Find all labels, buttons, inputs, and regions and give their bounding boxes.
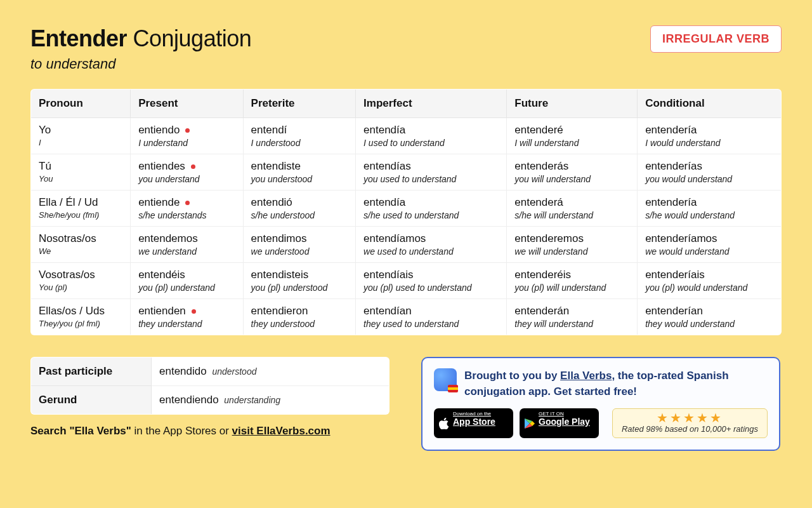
app-logo-icon — [434, 368, 457, 391]
irregular-dot-icon — [185, 128, 190, 133]
conjugation-cell: entendisteis you (pl) understood — [243, 263, 355, 299]
conjugation-cell: entenderíais you (pl) would understand — [638, 263, 782, 299]
participle-table: Past participle entendido understood Ger… — [30, 357, 390, 415]
pronoun-cell: TúYou — [31, 154, 131, 190]
conjugation-cell: entienden they understand — [131, 299, 243, 335]
pronoun-cell: YoI — [31, 118, 131, 154]
pronoun-cell: Nosotras/osWe — [31, 227, 131, 263]
table-row: Ellas/os / UdsThey/you (pl fml)entienden… — [31, 299, 782, 335]
rating-box: ★★★★★ Rated 98% based on 10,000+ ratings — [612, 408, 768, 438]
conjugation-cell: entenderían they would understand — [638, 299, 782, 335]
col-header: Conditional — [638, 90, 782, 118]
conjugation-cell: entendemos we understand — [131, 227, 243, 263]
col-header: Imperfect — [356, 90, 507, 118]
conjugation-cell: entendía s/he used to understand — [356, 190, 507, 227]
conjugation-cell: entendería s/he would understand — [638, 190, 782, 227]
col-header: Present — [131, 90, 243, 118]
pronoun-cell: Ella / Él / UdShe/he/you (fml) — [31, 190, 131, 227]
page-title: Entender Conjugation — [30, 25, 251, 52]
conjugation-cell: entenderemos we will understand — [507, 227, 638, 263]
conjugation-cell: entendió s/he understood — [243, 190, 355, 227]
past-participle-label: Past participle — [31, 358, 152, 386]
title-suffix: Conjugation — [133, 25, 252, 51]
star-icons: ★★★★★ — [622, 411, 758, 424]
verb-translation: to understand — [30, 56, 251, 72]
conjugation-cell: entendería I would understand — [638, 118, 782, 154]
table-row: Vosotras/osYou (pl)entendéis you (pl) un… — [31, 263, 782, 299]
conjugation-cell: entenderán they will understand — [507, 299, 638, 335]
pronoun-cell: Ellas/os / UdsThey/you (pl fml) — [31, 299, 131, 335]
conjugation-cell: entendí I understood — [243, 118, 355, 154]
app-store-badge[interactable]: Download on the App Store — [434, 408, 513, 438]
conjugation-table: PronounPresentPreteriteImperfectFutureCo… — [30, 89, 782, 335]
conjugation-cell: entendíamos we used to understand — [356, 227, 507, 263]
play-icon — [525, 418, 535, 429]
gerund-label: Gerund — [31, 386, 152, 415]
conjugation-cell: entiende s/he understands — [131, 190, 243, 227]
conjugation-cell: entenderás you will understand — [507, 154, 638, 190]
irregular-badge: IRREGULAR VERB — [650, 25, 782, 53]
irregular-dot-icon — [185, 201, 190, 205]
table-row: TúYouentiendes you understandentendiste … — [31, 154, 782, 190]
conjugation-cell: entenderéis you (pl) will understand — [507, 263, 638, 299]
gerund-value: entendiendo understanding — [152, 386, 390, 415]
promo-box: Brought to you by Ella Verbs, the top-ra… — [421, 357, 780, 451]
conjugation-cell: entenderías you would understand — [638, 154, 782, 190]
apple-icon — [439, 418, 449, 429]
rating-text: Rated 98% based on 10,000+ ratings — [622, 424, 758, 434]
conjugation-cell: entiendes you understand — [131, 154, 243, 190]
conjugation-cell: entenderá s/he will understand — [507, 190, 638, 227]
past-participle-value: entendido understood — [152, 358, 390, 386]
irregular-dot-icon — [192, 309, 196, 314]
ella-verbs-link[interactable]: Ella Verbs — [560, 370, 612, 382]
pronoun-cell: Vosotras/osYou (pl) — [31, 263, 131, 299]
col-header: Preterite — [243, 90, 355, 118]
conjugation-cell: entendían they used to understand — [356, 299, 507, 335]
table-row: Ella / Él / UdShe/he/you (fml)entiende s… — [31, 190, 782, 227]
conjugation-cell: entendieron they understood — [243, 299, 355, 335]
conjugation-cell: entiendo I understand — [131, 118, 243, 154]
conjugation-cell: entendías you used to understand — [356, 154, 507, 190]
conjugation-cell: entendimos we understood — [243, 227, 355, 263]
verb-name: Entender — [30, 25, 127, 51]
conjugation-cell: entenderíamos we would understand — [638, 227, 782, 263]
search-line: Search "Ella Verbs" in the App Stores or… — [30, 425, 390, 438]
col-header: Future — [507, 90, 638, 118]
col-header: Pronoun — [31, 90, 131, 118]
irregular-dot-icon — [191, 164, 195, 169]
table-row: Nosotras/osWeentendemos we understandent… — [31, 227, 782, 263]
conjugation-cell: entendéis you (pl) understand — [131, 263, 243, 299]
conjugation-cell: entendía I used to understand — [356, 118, 507, 154]
promo-text: Brought to you by Ella Verbs, the top-ra… — [464, 368, 768, 399]
table-row: YoIentiendo I understandentendí I unders… — [31, 118, 782, 154]
google-play-badge[interactable]: GET IT ON Google Play — [520, 408, 599, 438]
conjugation-cell: entenderé I will understand — [507, 118, 638, 154]
conjugation-cell: entendíais you (pl) used to understand — [356, 263, 507, 299]
conjugation-cell: entendiste you understood — [243, 154, 355, 190]
visit-link[interactable]: visit EllaVerbs.com — [232, 425, 331, 437]
